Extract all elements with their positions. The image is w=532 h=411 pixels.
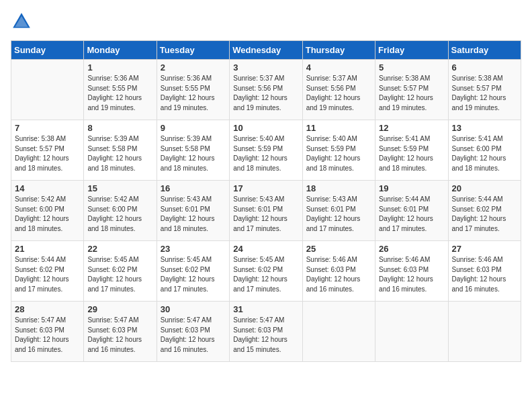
column-header-monday: Monday xyxy=(84,41,157,60)
day-info: Sunrise: 5:46 AM Sunset: 6:03 PM Dayligh… xyxy=(452,255,517,294)
week-row-4: 21Sunrise: 5:44 AM Sunset: 6:02 PM Dayli… xyxy=(11,241,521,302)
day-cell: 27Sunrise: 5:46 AM Sunset: 6:03 PM Dayli… xyxy=(448,241,521,302)
day-info: Sunrise: 5:37 AM Sunset: 5:56 PM Dayligh… xyxy=(306,74,371,113)
day-number: 1 xyxy=(87,62,152,73)
day-info: Sunrise: 5:45 AM Sunset: 6:02 PM Dayligh… xyxy=(233,255,298,294)
logo-icon xyxy=(11,11,32,32)
day-cell: 6Sunrise: 5:38 AM Sunset: 5:57 PM Daylig… xyxy=(448,60,521,120)
column-header-sunday: Sunday xyxy=(11,41,84,60)
day-cell: 18Sunrise: 5:43 AM Sunset: 6:01 PM Dayli… xyxy=(302,181,375,241)
day-info: Sunrise: 5:39 AM Sunset: 5:58 PM Dayligh… xyxy=(161,134,226,173)
day-number: 14 xyxy=(15,183,80,193)
day-info: Sunrise: 5:40 AM Sunset: 5:59 PM Dayligh… xyxy=(233,134,298,173)
day-cell: 21Sunrise: 5:44 AM Sunset: 6:02 PM Dayli… xyxy=(11,241,84,302)
day-number: 4 xyxy=(306,62,371,73)
day-cell: 20Sunrise: 5:44 AM Sunset: 6:02 PM Dayli… xyxy=(448,181,521,241)
day-info: Sunrise: 5:38 AM Sunset: 5:57 PM Dayligh… xyxy=(379,74,444,113)
day-cell: 2Sunrise: 5:36 AM Sunset: 5:55 PM Daylig… xyxy=(157,60,229,120)
week-row-1: 1Sunrise: 5:36 AM Sunset: 5:55 PM Daylig… xyxy=(11,60,521,120)
week-row-5: 28Sunrise: 5:47 AM Sunset: 6:03 PM Dayli… xyxy=(11,302,521,362)
day-number: 25 xyxy=(306,244,371,254)
day-number: 26 xyxy=(379,244,444,254)
day-number: 11 xyxy=(306,123,371,133)
calendar-table: SundayMondayTuesdayWednesdayThursdayFrid… xyxy=(11,40,521,362)
day-number: 7 xyxy=(15,123,80,133)
day-info: Sunrise: 5:39 AM Sunset: 5:58 PM Dayligh… xyxy=(87,134,152,173)
page-header xyxy=(11,11,521,32)
day-number: 21 xyxy=(15,244,80,254)
day-cell: 26Sunrise: 5:46 AM Sunset: 6:03 PM Dayli… xyxy=(375,241,448,302)
day-number: 17 xyxy=(233,183,298,193)
header-row: SundayMondayTuesdayWednesdayThursdayFrid… xyxy=(11,41,521,60)
day-cell: 19Sunrise: 5:44 AM Sunset: 6:01 PM Dayli… xyxy=(375,181,448,241)
day-cell: 13Sunrise: 5:41 AM Sunset: 6:00 PM Dayli… xyxy=(448,120,521,181)
day-info: Sunrise: 5:38 AM Sunset: 5:57 PM Dayligh… xyxy=(452,74,517,113)
day-info: Sunrise: 5:43 AM Sunset: 6:01 PM Dayligh… xyxy=(161,195,226,234)
day-info: Sunrise: 5:42 AM Sunset: 6:00 PM Dayligh… xyxy=(87,195,152,234)
day-cell: 4Sunrise: 5:37 AM Sunset: 5:56 PM Daylig… xyxy=(302,60,375,120)
day-number: 31 xyxy=(233,304,298,314)
day-number: 10 xyxy=(233,123,298,133)
day-info: Sunrise: 5:41 AM Sunset: 5:59 PM Dayligh… xyxy=(379,134,444,173)
day-cell: 1Sunrise: 5:36 AM Sunset: 5:55 PM Daylig… xyxy=(84,60,157,120)
column-header-wednesday: Wednesday xyxy=(230,41,302,60)
column-header-saturday: Saturday xyxy=(448,41,521,60)
day-info: Sunrise: 5:47 AM Sunset: 6:03 PM Dayligh… xyxy=(15,316,80,355)
day-info: Sunrise: 5:41 AM Sunset: 6:00 PM Dayligh… xyxy=(452,134,517,173)
column-header-thursday: Thursday xyxy=(302,41,375,60)
day-cell: 5Sunrise: 5:38 AM Sunset: 5:57 PM Daylig… xyxy=(375,60,448,120)
day-info: Sunrise: 5:36 AM Sunset: 5:55 PM Dayligh… xyxy=(161,74,226,113)
day-number: 12 xyxy=(379,123,444,133)
day-cell: 17Sunrise: 5:43 AM Sunset: 6:01 PM Dayli… xyxy=(230,181,302,241)
day-cell: 8Sunrise: 5:39 AM Sunset: 5:58 PM Daylig… xyxy=(84,120,157,181)
day-number: 13 xyxy=(452,123,517,133)
day-cell xyxy=(11,60,84,120)
day-info: Sunrise: 5:46 AM Sunset: 6:03 PM Dayligh… xyxy=(379,255,444,294)
day-info: Sunrise: 5:47 AM Sunset: 6:03 PM Dayligh… xyxy=(87,316,152,355)
week-row-3: 14Sunrise: 5:42 AM Sunset: 6:00 PM Dayli… xyxy=(11,181,521,241)
logo xyxy=(11,11,35,32)
day-cell: 10Sunrise: 5:40 AM Sunset: 5:59 PM Dayli… xyxy=(230,120,302,181)
day-cell: 9Sunrise: 5:39 AM Sunset: 5:58 PM Daylig… xyxy=(157,120,229,181)
day-number: 23 xyxy=(161,244,226,254)
day-number: 20 xyxy=(452,183,517,193)
day-number: 5 xyxy=(379,62,444,73)
day-info: Sunrise: 5:37 AM Sunset: 5:56 PM Dayligh… xyxy=(233,74,298,113)
day-number: 22 xyxy=(87,244,152,254)
day-cell: 12Sunrise: 5:41 AM Sunset: 5:59 PM Dayli… xyxy=(375,120,448,181)
column-header-friday: Friday xyxy=(375,41,448,60)
day-number: 2 xyxy=(161,62,226,73)
day-info: Sunrise: 5:43 AM Sunset: 6:01 PM Dayligh… xyxy=(233,195,298,234)
day-cell: 11Sunrise: 5:40 AM Sunset: 5:59 PM Dayli… xyxy=(302,120,375,181)
day-cell: 16Sunrise: 5:43 AM Sunset: 6:01 PM Dayli… xyxy=(157,181,229,241)
day-info: Sunrise: 5:44 AM Sunset: 6:01 PM Dayligh… xyxy=(379,195,444,234)
day-cell: 3Sunrise: 5:37 AM Sunset: 5:56 PM Daylig… xyxy=(230,60,302,120)
day-number: 30 xyxy=(161,304,226,314)
day-cell: 25Sunrise: 5:46 AM Sunset: 6:03 PM Dayli… xyxy=(302,241,375,302)
day-cell xyxy=(302,302,375,362)
day-number: 6 xyxy=(452,62,517,73)
day-info: Sunrise: 5:40 AM Sunset: 5:59 PM Dayligh… xyxy=(306,134,371,173)
column-header-tuesday: Tuesday xyxy=(157,41,229,60)
calendar-body: 1Sunrise: 5:36 AM Sunset: 5:55 PM Daylig… xyxy=(11,60,521,362)
day-number: 19 xyxy=(379,183,444,193)
day-cell xyxy=(448,302,521,362)
day-number: 29 xyxy=(87,304,152,314)
day-cell: 15Sunrise: 5:42 AM Sunset: 6:00 PM Dayli… xyxy=(84,181,157,241)
day-number: 9 xyxy=(161,123,226,133)
day-info: Sunrise: 5:44 AM Sunset: 6:02 PM Dayligh… xyxy=(452,195,517,234)
week-row-2: 7Sunrise: 5:38 AM Sunset: 5:57 PM Daylig… xyxy=(11,120,521,181)
day-info: Sunrise: 5:45 AM Sunset: 6:02 PM Dayligh… xyxy=(87,255,152,294)
day-info: Sunrise: 5:43 AM Sunset: 6:01 PM Dayligh… xyxy=(306,195,371,234)
day-info: Sunrise: 5:47 AM Sunset: 6:03 PM Dayligh… xyxy=(233,316,298,355)
day-number: 8 xyxy=(87,123,152,133)
day-info: Sunrise: 5:42 AM Sunset: 6:00 PM Dayligh… xyxy=(15,195,80,234)
day-cell: 29Sunrise: 5:47 AM Sunset: 6:03 PM Dayli… xyxy=(84,302,157,362)
day-cell: 30Sunrise: 5:47 AM Sunset: 6:03 PM Dayli… xyxy=(157,302,229,362)
day-cell: 14Sunrise: 5:42 AM Sunset: 6:00 PM Dayli… xyxy=(11,181,84,241)
day-number: 15 xyxy=(87,183,152,193)
day-cell: 28Sunrise: 5:47 AM Sunset: 6:03 PM Dayli… xyxy=(11,302,84,362)
day-number: 16 xyxy=(161,183,226,193)
day-cell: 7Sunrise: 5:38 AM Sunset: 5:57 PM Daylig… xyxy=(11,120,84,181)
day-info: Sunrise: 5:36 AM Sunset: 5:55 PM Dayligh… xyxy=(87,74,152,113)
